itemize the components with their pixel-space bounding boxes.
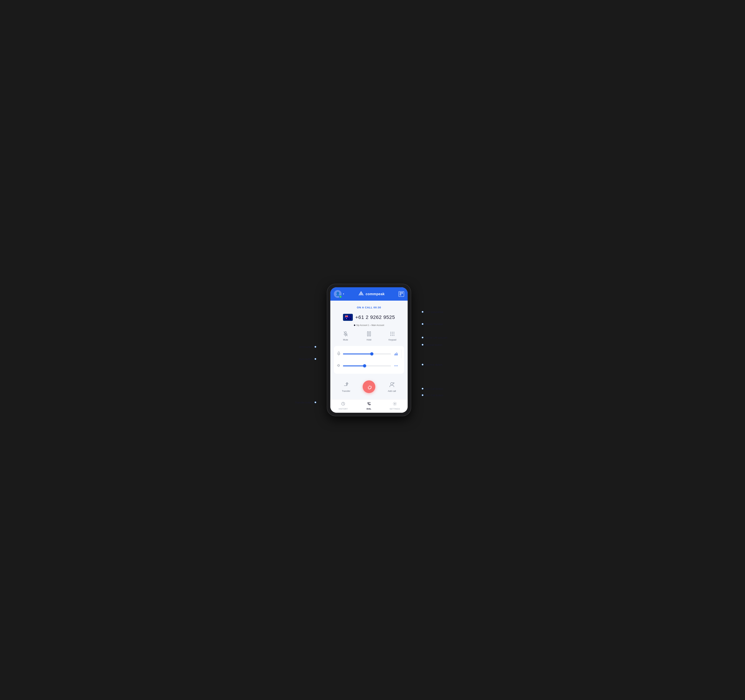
volume-section [334, 346, 404, 374]
speaker-slider-thumb[interactable] [363, 364, 366, 367]
online-badge [339, 295, 342, 298]
phone-device: 👤 ▾ c [327, 284, 411, 416]
bottom-actions: Transfer [334, 378, 404, 396]
settings-icon [393, 402, 397, 407]
add-call-icon [389, 381, 395, 388]
sip-account-label: Sip Account 1 – Main Account [356, 324, 384, 326]
svg-point-14 [390, 335, 391, 336]
history-label: HISTORY [339, 408, 348, 410]
phone-number: +61 2 9262 9525 [355, 314, 395, 320]
add-call-button[interactable]: Add call [384, 381, 400, 392]
svg-point-10 [393, 332, 395, 333]
transfer-label: Transfer [342, 390, 350, 392]
end-call-annotation-dot [422, 394, 423, 396]
dropdown-arrow-icon[interactable]: ▾ [343, 293, 344, 295]
add-call-annotation-dot [422, 388, 423, 389]
speaker-icon [337, 364, 341, 368]
mic-slider-track[interactable] [343, 353, 391, 354]
mic-volume-row [337, 350, 401, 358]
end-call-annotation: End Call button [422, 394, 457, 397]
phone-number-annotation-dot [422, 323, 423, 325]
keypad-annotation-text: Keypad button [425, 343, 442, 346]
dial-icon [367, 402, 371, 407]
volume-divider [401, 350, 401, 358]
user-icon: 👤 [335, 292, 340, 296]
sip-account-annotation: Active SIP account [422, 336, 457, 339]
keypad-button[interactable]: Keypad [385, 331, 399, 341]
volume-annotation-text: Volume sliders [425, 363, 443, 366]
logo-icon [358, 291, 364, 297]
keypad-icon [390, 331, 395, 337]
australian-flag [343, 314, 353, 321]
sip-account-annotation-text: Active SIP account [425, 336, 447, 339]
header-left: 👤 ▾ [334, 290, 344, 298]
avatar-container[interactable]: 👤 [334, 290, 341, 298]
volume-annotation: Volume sliders [422, 363, 457, 366]
mic-slider-fill [343, 353, 372, 354]
svg-rect-7 [370, 332, 371, 336]
sip-dot [354, 325, 355, 326]
transfer-button-label: Transfer button [295, 401, 313, 404]
transfer-button[interactable]: Transfer [338, 381, 354, 392]
mic-volume-options [395, 352, 398, 356]
mute-button-label: Mute button [299, 357, 313, 360]
history-icon [341, 402, 345, 407]
add-call-annotation: Add Call button [422, 387, 457, 390]
speaker-slider-track[interactable] [343, 365, 391, 366]
speaker-dots-icon [395, 365, 398, 366]
hold-label: Hold [367, 338, 371, 341]
nav-dial[interactable]: DIAL [362, 402, 376, 410]
fullscreen-button[interactable] [398, 291, 404, 297]
mute-button-annotation: Mute button [299, 357, 316, 360]
keypad-annotation: Keypad button [422, 343, 457, 346]
phone-number-row: +61 2 9262 9525 [343, 314, 395, 321]
keypad-label: Keypad [389, 338, 396, 341]
call-status-annotation-text: Call status/time [425, 311, 443, 313]
add-call-annotation-text: Add Call button [425, 387, 443, 390]
svg-point-16 [393, 335, 395, 336]
speaker-volume-row [337, 361, 401, 370]
mute-button-dot [314, 358, 316, 360]
mic-wave-icon [395, 352, 398, 356]
svg-rect-2 [400, 294, 401, 295]
transfer-icon [344, 381, 349, 388]
speaker-slider-fill [343, 365, 365, 366]
mic-slider-thumb[interactable] [370, 352, 373, 356]
nav-history[interactable]: HISTORY [336, 402, 350, 410]
hold-button-annotation: Hold button [299, 346, 316, 349]
svg-point-22 [390, 383, 393, 385]
volume-annotation-dot [422, 364, 423, 365]
app-header: 👤 ▾ c [330, 287, 408, 301]
end-call-button[interactable] [363, 380, 375, 393]
logo-area: commpeak [358, 291, 385, 297]
svg-point-15 [392, 335, 393, 336]
phone-screen: 👤 ▾ c [330, 287, 408, 413]
hold-button-label: Hold button [299, 346, 313, 349]
hold-icon [367, 331, 371, 337]
keypad-annotation-dot [422, 344, 423, 346]
call-status: ON A CALL 00:30 [357, 306, 381, 309]
svg-rect-1 [402, 292, 403, 293]
sip-account: Sip Account 1 – Main Account [354, 324, 384, 326]
svg-point-13 [393, 334, 395, 334]
mute-button[interactable]: Mute [339, 331, 353, 341]
speaker-volume-options [395, 365, 398, 366]
call-controls: Mute Hold [334, 331, 404, 341]
svg-point-8 [390, 332, 391, 333]
bottom-nav: HISTORY DIAL [330, 399, 408, 413]
mute-label: Mute [343, 338, 348, 341]
dial-label: DIAL [367, 408, 371, 410]
hold-button[interactable]: Hold [362, 331, 376, 341]
right-annotations: Call status/time Phone Number Active SIP… [422, 304, 457, 397]
svg-rect-17 [338, 352, 340, 354]
transfer-button-annotation: Transfer button [295, 401, 316, 404]
phone-number-annotation: Phone Number [422, 323, 457, 326]
phone-number-annotation-text: Phone Number [425, 323, 443, 326]
nav-settings[interactable]: SETTINGS [388, 402, 402, 410]
mute-icon [343, 331, 348, 337]
svg-point-11 [390, 334, 391, 334]
app-name: commpeak [366, 292, 385, 296]
mic-icon [337, 351, 341, 356]
call-status-annotation: Call status/time [422, 311, 457, 313]
svg-point-9 [392, 332, 393, 333]
